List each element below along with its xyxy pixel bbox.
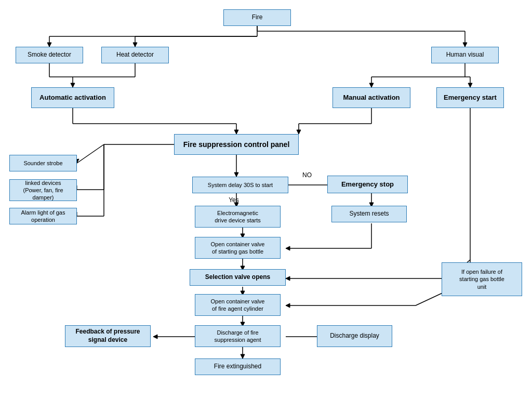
svg-line-33 [77,144,104,163]
openfail-box: If open failure of starting gas bottle u… [442,262,522,296]
smoke-box: Smoke detector [16,47,83,63]
svg-marker-20 [234,130,238,134]
emstop-box: Emergency stop [327,176,408,193]
svg-marker-31 [297,130,301,134]
diagram: Fire Smoke detector Heat detector Human … [0,0,532,399]
manual-box: Manual activation [332,87,410,108]
fire-box: Fire [223,9,291,26]
heat-box: Heat detector [101,47,169,63]
extinguish-box: Fire extinguished [195,358,281,375]
fireagent-box: Open container valve of fire agent cylin… [195,294,281,316]
svg-marker-69 [286,276,290,281]
svg-marker-27 [468,83,472,87]
svg-marker-10 [463,43,467,47]
svg-marker-14 [71,83,75,87]
delay-box: System delay 30S to start [192,177,288,193]
linked-box: linked devices (Power, fan, fire damper) [9,179,77,201]
selvopen-box: Selection valve opens [190,269,286,286]
svg-marker-75 [286,246,290,250]
svg-marker-3 [47,43,51,47]
svg-marker-72 [286,303,290,308]
yes-label: Yes [223,196,244,204]
no-label: NO [299,171,315,179]
sounder-box: Sounder strobe [9,155,77,171]
fscp-box: Fire suppression control panel [174,134,299,155]
auto-box: Automatic activation [31,87,114,108]
emstart-box: Emergency start [436,87,504,108]
svg-marker-24 [369,83,374,87]
svg-marker-58 [241,354,245,358]
feedback-box: Feedback of pressure signal device [65,325,151,347]
svg-marker-6 [133,43,137,47]
svg-marker-42 [234,172,238,177]
startgas-box: Open container valve of starting gas bot… [195,237,281,259]
human-box: Human visual [431,47,499,63]
alarm-box: Alarm light of gas operation [9,208,77,224]
sysreset-box: System resets [331,206,407,222]
discharge-box: Discharge of fire suppression agent [195,325,281,347]
svg-marker-62 [153,335,157,339]
emdrv-box: Electromagnetic drive device starts [195,206,281,228]
dispdisplay-box: Discharge display [317,325,392,347]
